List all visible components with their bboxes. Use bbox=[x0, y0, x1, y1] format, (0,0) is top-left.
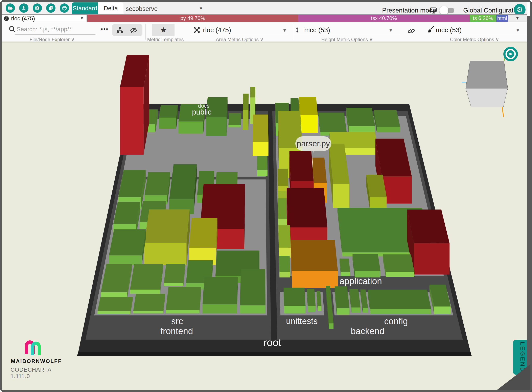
building-front[interactable] bbox=[101, 292, 127, 297]
building-front[interactable] bbox=[279, 272, 290, 277]
open-file-button[interactable] bbox=[6, 3, 15, 13]
presentation-mode-toggle[interactable] bbox=[441, 8, 454, 13]
building-front[interactable] bbox=[164, 283, 183, 286]
building-top[interactable] bbox=[240, 269, 265, 305]
distribution-expand-button[interactable]: ▼ bbox=[508, 15, 527, 22]
building-front[interactable] bbox=[292, 271, 338, 288]
building-front[interactable] bbox=[133, 311, 163, 313]
building-front[interactable] bbox=[257, 170, 268, 176]
building-front[interactable] bbox=[284, 306, 306, 313]
building-front[interactable] bbox=[377, 127, 400, 132]
building-top[interactable] bbox=[202, 277, 238, 304]
building-front[interactable] bbox=[228, 125, 241, 127]
building-top[interactable] bbox=[144, 210, 190, 243]
search-input[interactable] bbox=[16, 25, 94, 34]
building-top[interactable] bbox=[368, 289, 431, 309]
building-top[interactable] bbox=[133, 294, 165, 311]
metric-templates-button[interactable]: ★ bbox=[152, 24, 174, 36]
color-metric-options-label[interactable]: Color Metric Options ∨ bbox=[450, 37, 499, 42]
export-3d-button[interactable] bbox=[60, 3, 69, 13]
building-front[interactable] bbox=[341, 272, 350, 276]
building-top[interactable] bbox=[97, 297, 133, 311]
building-top[interactable] bbox=[169, 164, 197, 199]
distribution-metric-selector[interactable]: rloc (475) ▼ bbox=[2, 15, 86, 22]
building-front[interactable] bbox=[166, 310, 199, 313]
building-top[interactable] bbox=[353, 254, 381, 271]
building-top[interactable] bbox=[166, 287, 201, 310]
distribution-dropdown-icon[interactable]: ▼ bbox=[80, 16, 84, 21]
building-front[interactable] bbox=[351, 308, 361, 313]
color-metric-value[interactable]: mcc (53) bbox=[436, 26, 461, 34]
building-top[interactable] bbox=[250, 87, 255, 98]
tab-standard[interactable]: Standard bbox=[72, 2, 98, 14]
building-front[interactable] bbox=[130, 289, 160, 294]
area-metric-dropdown-icon[interactable]: ▼ bbox=[282, 28, 287, 33]
building-top[interactable] bbox=[291, 240, 338, 271]
file-node-explorer-label[interactable]: File/Node Explorer ∨ bbox=[30, 37, 75, 42]
search-options-menu[interactable]: ••• bbox=[101, 26, 108, 32]
building-top[interactable] bbox=[290, 151, 314, 181]
building-front[interactable] bbox=[206, 117, 226, 136]
building-top[interactable] bbox=[383, 254, 414, 272]
building-front[interactable] bbox=[333, 184, 349, 208]
building-front[interactable] bbox=[308, 306, 315, 312]
building-front[interactable] bbox=[243, 110, 248, 130]
download-button[interactable] bbox=[19, 3, 28, 13]
building-front[interactable] bbox=[159, 117, 176, 129]
building-front[interactable] bbox=[109, 256, 142, 265]
building-top[interactable] bbox=[284, 288, 306, 306]
area-metric-options-label[interactable]: Area Metric Options ∨ bbox=[216, 37, 264, 42]
building-top[interactable] bbox=[164, 264, 185, 283]
building-top[interactable] bbox=[407, 210, 449, 243]
building-front[interactable] bbox=[318, 306, 322, 311]
building-top[interactable] bbox=[307, 289, 315, 306]
building-top[interactable] bbox=[253, 115, 268, 142]
building-top[interactable] bbox=[228, 113, 241, 125]
building-front[interactable] bbox=[253, 142, 268, 156]
building-front[interactable] bbox=[370, 197, 386, 208]
building-top[interactable] bbox=[278, 225, 291, 248]
building-front[interactable] bbox=[434, 307, 451, 314]
compass-button[interactable] bbox=[503, 47, 518, 61]
screenshot-button[interactable] bbox=[33, 3, 42, 13]
building-top[interactable] bbox=[319, 113, 347, 132]
map-select-arrow-icon[interactable]: ▼ bbox=[199, 6, 203, 11]
building-front[interactable] bbox=[414, 243, 450, 275]
tree-structure-icon[interactable] bbox=[116, 27, 123, 34]
building-front[interactable] bbox=[179, 121, 203, 134]
building-top[interactable] bbox=[299, 97, 318, 115]
building-top[interactable] bbox=[312, 158, 327, 183]
building-front[interactable] bbox=[386, 272, 414, 277]
building-front[interactable] bbox=[329, 323, 334, 329]
building-front[interactable] bbox=[120, 87, 144, 155]
building-front[interactable] bbox=[370, 309, 431, 314]
building-top[interactable] bbox=[374, 110, 400, 127]
height-metric-options-label[interactable]: Height Metric Options ∨ bbox=[321, 37, 373, 42]
building-top[interactable] bbox=[287, 188, 327, 228]
color-metric-dropdown-icon[interactable]: ▼ bbox=[516, 28, 520, 33]
building-top[interactable] bbox=[130, 264, 163, 289]
building-top[interactable] bbox=[243, 93, 249, 110]
copy-button[interactable] bbox=[46, 3, 56, 13]
eye-off-icon[interactable] bbox=[130, 27, 137, 34]
toggle-knob[interactable] bbox=[439, 6, 448, 15]
building-top[interactable] bbox=[291, 98, 299, 111]
building-top[interactable] bbox=[335, 286, 350, 308]
map-select[interactable]: secobserve bbox=[126, 5, 198, 13]
building-front[interactable] bbox=[363, 308, 368, 313]
building-top[interactable] bbox=[346, 108, 375, 126]
building-top[interactable] bbox=[257, 156, 268, 170]
building-top[interactable] bbox=[189, 218, 217, 248]
building-front[interactable] bbox=[97, 311, 131, 314]
building-top[interactable] bbox=[144, 172, 170, 195]
building-front[interactable] bbox=[300, 115, 318, 133]
area-metric-value[interactable]: rloc (475) bbox=[203, 26, 231, 34]
building-top[interactable] bbox=[279, 256, 290, 272]
cube-top-face[interactable] bbox=[466, 61, 508, 88]
link-metrics-icon[interactable] bbox=[407, 27, 416, 35]
height-metric-dropdown-icon[interactable]: ▼ bbox=[389, 28, 393, 33]
building-top[interactable] bbox=[339, 258, 350, 272]
building-front[interactable] bbox=[337, 308, 349, 315]
building-top[interactable] bbox=[109, 229, 146, 255]
global-configuration-button[interactable]: ⚙ bbox=[514, 4, 526, 15]
